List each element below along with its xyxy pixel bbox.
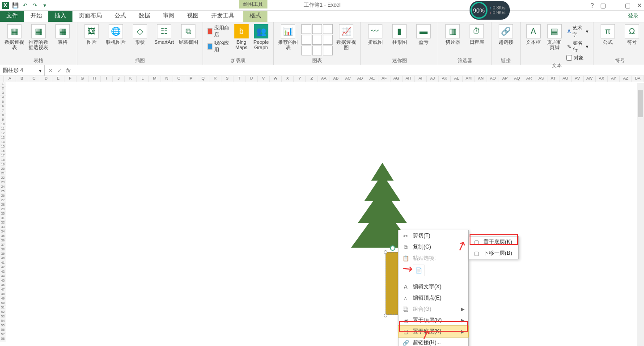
col-header[interactable]: AO (487, 76, 499, 82)
col-header[interactable]: Y (294, 76, 306, 82)
row-header[interactable]: 18 (0, 158, 6, 163)
row-header[interactable]: 25 (0, 190, 6, 194)
tab-view[interactable]: 视图 (181, 9, 205, 22)
hyperlink-button[interactable]: 🔗超链接 (495, 24, 517, 45)
pivot-table-button[interactable]: ▦数据透视表 (4, 24, 25, 50)
save-icon[interactable]: 💾 (12, 2, 19, 9)
col-header[interactable]: AM (463, 76, 475, 82)
row-header[interactable]: 48 (0, 292, 6, 297)
ctx-copy[interactable]: ⧉复制(C) (398, 241, 468, 253)
store-button[interactable]: 应用商店 (207, 24, 230, 38)
col-header[interactable]: AX (596, 76, 608, 82)
row-header[interactable]: 17 (0, 154, 6, 158)
ctx-send-back[interactable]: ▢置于底层(K)▶ (398, 326, 468, 337)
col-header[interactable]: BA (632, 76, 644, 82)
row-header[interactable]: 51 (0, 306, 6, 310)
col-header[interactable]: AK (439, 76, 451, 82)
col-header[interactable]: X (282, 76, 294, 82)
row-header[interactable]: 33 (0, 225, 6, 230)
col-header[interactable]: C (28, 76, 40, 82)
row-header[interactable]: 29 (0, 207, 6, 212)
screenshot-button[interactable]: ⧉屏幕截图 (178, 24, 199, 45)
col-header[interactable]: AY (608, 76, 620, 82)
symbol-button[interactable]: Ω符号 (621, 24, 643, 45)
row-header[interactable]: 49 (0, 297, 6, 301)
cylinder-shape-selected[interactable] (386, 252, 399, 315)
name-box[interactable]: 圆柱形 4▾ (0, 65, 45, 76)
tab-format[interactable]: 格式 (243, 9, 267, 22)
row-header[interactable]: 31 (0, 216, 6, 221)
col-header[interactable]: AR (523, 76, 535, 82)
col-header[interactable]: W (270, 76, 282, 82)
wordart-button[interactable]: A艺术字▾ (566, 24, 589, 38)
tab-file[interactable]: 文件 (0, 9, 24, 22)
col-header[interactable]: AI (415, 76, 427, 82)
col-header[interactable]: AG (390, 76, 402, 82)
col-header[interactable]: AQ (511, 76, 523, 82)
row-header[interactable]: 21 (0, 172, 6, 176)
row-header[interactable]: 35 (0, 234, 6, 239)
row-header[interactable]: 57 (0, 333, 6, 337)
ribbon-options-icon[interactable]: ▢ (600, 2, 606, 9)
col-header[interactable]: AZ (620, 76, 632, 82)
row-header[interactable]: 42 (0, 266, 6, 270)
row-header[interactable]: 40 (0, 257, 6, 261)
rec-pivot-button[interactable]: ▦推荐的数据透视表 (28, 24, 49, 50)
sparkline-wl-button[interactable]: ▬盈亏 (413, 24, 434, 45)
col-header[interactable]: AE (366, 76, 378, 82)
col-header[interactable]: O (173, 76, 185, 82)
col-header[interactable]: AF (378, 76, 390, 82)
row-header[interactable]: 39 (0, 252, 6, 257)
ctx-paste-option[interactable]: 📄 (398, 264, 468, 279)
row-header[interactable]: 55 (0, 324, 6, 328)
network-speed-widget[interactable]: 90% 0.3K/s 0.9K/s (470, 1, 510, 20)
col-header[interactable]: Q (197, 76, 209, 82)
worksheet-area[interactable]: 1234567891011121314151617181920212223242… (0, 82, 644, 345)
col-header[interactable]: AP (499, 76, 511, 82)
row-header[interactable]: 58 (0, 337, 6, 342)
resize-handle[interactable] (384, 314, 387, 317)
col-header[interactable]: AN (475, 76, 487, 82)
row-header[interactable]: 26 (0, 194, 6, 198)
close-icon[interactable]: ✕ (637, 2, 642, 9)
col-header[interactable]: F (64, 76, 76, 82)
fx-icon[interactable]: fx (66, 68, 70, 74)
textbox-button[interactable]: A文本框 (524, 24, 542, 45)
tab-review[interactable]: 审阅 (157, 9, 181, 22)
row-header[interactable]: 19 (0, 163, 6, 167)
login-link[interactable]: 登录 (623, 10, 644, 22)
minimize-icon[interactable]: — (612, 2, 619, 9)
ctx-bring-front[interactable]: ▣置于顶层(R)▶ (398, 315, 468, 326)
row-header[interactable]: 27 (0, 198, 6, 203)
col-header[interactable]: H (89, 76, 101, 82)
ctx-hyperlink[interactable]: 🔗超链接(H)... (398, 337, 468, 346)
col-header[interactable]: AL (451, 76, 463, 82)
row-header[interactable]: 38 (0, 248, 6, 252)
picture-button[interactable]: 🖼图片 (81, 24, 102, 45)
row-header[interactable]: 6 (0, 105, 6, 109)
row-header[interactable]: 12 (0, 131, 6, 136)
row-header[interactable]: 41 (0, 261, 6, 266)
col-header[interactable]: N (161, 76, 173, 82)
col-header[interactable]: I (101, 76, 113, 82)
sparkline-col-button[interactable]: ▮柱形图 (389, 24, 410, 45)
resize-handle[interactable] (384, 250, 387, 254)
tab-home[interactable]: 开始 (24, 9, 48, 22)
row-header[interactable]: 15 (0, 145, 6, 149)
tab-insert[interactable]: 插入 (48, 9, 72, 22)
col-header[interactable]: R (209, 76, 221, 82)
col-header[interactable]: U (246, 76, 258, 82)
row-header[interactable]: 10 (0, 122, 6, 127)
row-header[interactable]: 47 (0, 288, 6, 292)
row-header[interactable]: 11 (0, 127, 6, 131)
row-header[interactable]: 4 (0, 96, 6, 100)
col-header[interactable]: M (149, 76, 161, 82)
tab-layout[interactable]: 页面布局 (72, 9, 108, 22)
col-header[interactable]: Z (306, 76, 318, 82)
object-button[interactable]: 对象 (566, 55, 589, 61)
col-header[interactable]: AW (584, 76, 596, 82)
row-header[interactable]: 24 (0, 185, 6, 190)
qat-dropdown-icon[interactable]: ▾ (41, 2, 48, 9)
rec-chart-button[interactable]: 📊推荐的图表 (277, 24, 299, 50)
formula-input[interactable] (75, 67, 640, 74)
